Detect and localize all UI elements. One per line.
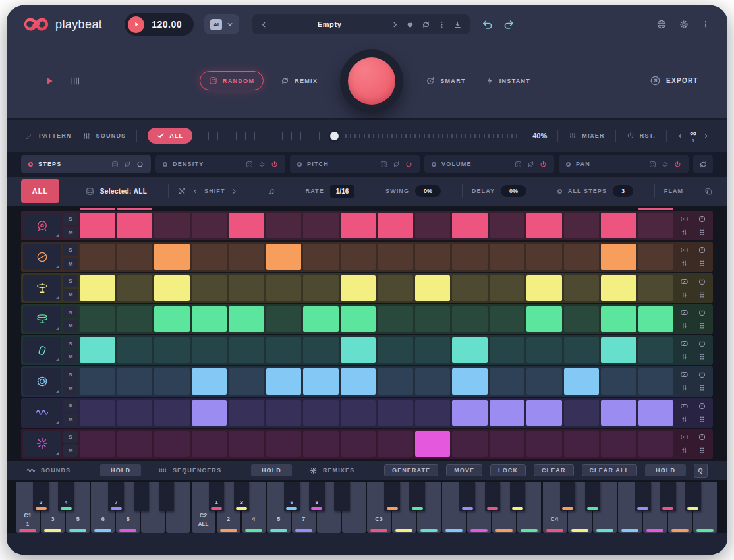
mute-button[interactable]: M: [63, 382, 78, 395]
step-11[interactable]: [452, 244, 488, 269]
step-5[interactable]: [229, 275, 264, 301]
remix-mode-button[interactable]: REMIX: [281, 76, 318, 85]
row-sliders-button[interactable]: [680, 415, 689, 424]
piano-key-black[interactable]: [485, 482, 501, 511]
tab-steps[interactable]: STEPS: [21, 155, 151, 173]
step-11[interactable]: [452, 213, 488, 238]
row-erase-button[interactable]: [680, 215, 689, 223]
step-7[interactable]: [303, 368, 339, 394]
piano-key-black[interactable]: [134, 482, 150, 511]
step-3[interactable]: [154, 400, 190, 426]
step-14[interactable]: [564, 400, 600, 426]
step-9[interactable]: [378, 213, 413, 238]
lock-button[interactable]: LOCK: [490, 464, 526, 476]
solo-button[interactable]: S: [63, 275, 78, 288]
step-11[interactable]: [452, 431, 488, 457]
loop-icon[interactable]: [124, 161, 131, 168]
mute-button[interactable]: M: [63, 413, 78, 426]
row-drag-handle[interactable]: [698, 291, 706, 299]
info-icon[interactable]: [701, 20, 710, 29]
step-16[interactable]: [638, 306, 674, 332]
row-roll-button[interactable]: [698, 277, 706, 286]
row-drag-handle[interactable]: [698, 446, 706, 455]
step-4[interactable]: [192, 213, 227, 238]
chevron-left-icon[interactable]: [677, 133, 683, 139]
piano-key-black[interactable]: [459, 482, 475, 511]
step-16[interactable]: [638, 213, 674, 238]
row-drag-handle[interactable]: [698, 228, 706, 237]
step-6[interactable]: [266, 337, 302, 363]
step-11[interactable]: [452, 275, 488, 301]
solo-button[interactable]: S: [63, 306, 78, 319]
step-14[interactable]: [564, 431, 600, 457]
row-roll-button[interactable]: [698, 433, 706, 441]
quantize-button[interactable]: Q: [694, 464, 708, 478]
step-13[interactable]: [526, 213, 562, 238]
piano-key-black[interactable]: [560, 482, 576, 511]
instrument-snare-button[interactable]: [23, 244, 61, 269]
dice-icon[interactable]: [380, 161, 387, 168]
piano-key-black-7[interactable]: 7: [108, 482, 124, 511]
row-roll-button[interactable]: [698, 308, 706, 317]
dice-icon[interactable]: [649, 161, 656, 168]
loop-icon[interactable]: [527, 161, 534, 168]
step-9[interactable]: [378, 368, 413, 394]
reload-preset-icon[interactable]: [422, 20, 430, 29]
step-16[interactable]: [638, 244, 674, 269]
step-6[interactable]: [266, 213, 302, 238]
loop-count[interactable]: ∞ 1: [690, 128, 696, 144]
shift-right-button[interactable]: [231, 188, 237, 194]
step-12[interactable]: [490, 244, 525, 269]
step-7[interactable]: [303, 337, 339, 363]
step-3[interactable]: [154, 431, 190, 457]
step-9[interactable]: [378, 306, 413, 332]
step-2[interactable]: [117, 368, 153, 394]
step-3[interactable]: [154, 337, 190, 363]
loop-icon[interactable]: [393, 161, 400, 168]
step-5[interactable]: [229, 244, 264, 269]
step-5[interactable]: [229, 213, 264, 238]
row-erase-button[interactable]: [680, 277, 689, 286]
step-6[interactable]: [266, 306, 302, 332]
tab-density[interactable]: DENSITY: [155, 155, 285, 173]
step-10[interactable]: [415, 368, 451, 394]
piano-key-black[interactable]: [510, 482, 526, 511]
row-drag-handle[interactable]: [698, 322, 706, 330]
row-sliders-button[interactable]: [680, 259, 689, 267]
step-2[interactable]: [117, 213, 153, 238]
step-2[interactable]: [117, 244, 153, 269]
step-14[interactable]: [564, 275, 600, 301]
step-2[interactable]: [117, 400, 153, 426]
step-4[interactable]: [192, 275, 227, 301]
step-15[interactable]: [601, 213, 636, 238]
step-6[interactable]: [266, 400, 302, 426]
row-sliders-button[interactable]: [680, 446, 689, 455]
step-7[interactable]: [303, 431, 339, 457]
power-icon[interactable]: [405, 161, 412, 168]
step-13[interactable]: [526, 306, 562, 332]
step-11[interactable]: [452, 400, 488, 426]
piano-key-black[interactable]: [685, 482, 701, 511]
instant-mode-button[interactable]: INSTANT: [486, 76, 530, 85]
mute-button[interactable]: M: [63, 289, 78, 301]
step-3[interactable]: [154, 368, 190, 394]
play-icon[interactable]: [128, 16, 144, 33]
row-erase-button[interactable]: [680, 370, 689, 379]
hold-sounds-button[interactable]: HOLD: [100, 464, 141, 476]
step-11[interactable]: [452, 306, 488, 332]
piano-key-black[interactable]: [159, 482, 175, 511]
step-11[interactable]: [452, 337, 488, 363]
favorite-heart-icon[interactable]: [406, 20, 414, 29]
loop-icon[interactable]: [258, 161, 266, 168]
crossing-arrows-icon[interactable]: [178, 187, 186, 196]
reset-button[interactable]: RST.: [627, 132, 656, 140]
row-sliders-button[interactable]: [680, 352, 689, 361]
step-15[interactable]: [601, 368, 636, 394]
step-8[interactable]: [341, 244, 376, 269]
hold-sequencers-button[interactable]: HOLD: [251, 464, 292, 476]
solo-button[interactable]: S: [63, 431, 78, 443]
step-15[interactable]: [601, 275, 636, 301]
step-12[interactable]: [490, 400, 525, 426]
step-12[interactable]: [490, 431, 525, 457]
piano-key-black-4[interactable]: 4: [58, 482, 74, 511]
